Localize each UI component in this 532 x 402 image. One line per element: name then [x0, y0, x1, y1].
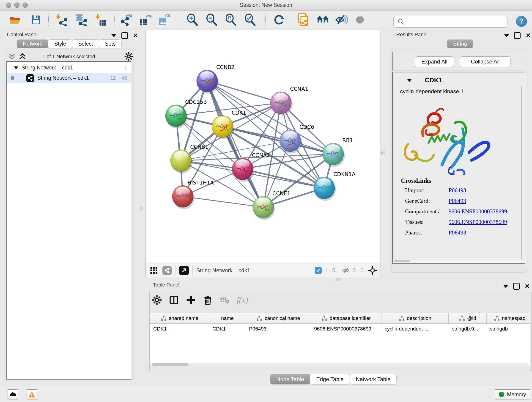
network-node-ccne1[interactable] [253, 196, 275, 220]
table-cell[interactable]: stringdb:9... [449, 324, 487, 334]
network-edge[interactable] [207, 81, 263, 207]
network-node-cdk1[interactable] [212, 115, 234, 139]
network-edge[interactable] [243, 169, 324, 188]
delete-column-trash-icon[interactable] [203, 295, 213, 305]
table-cell[interactable]: stringdb [487, 324, 530, 334]
splitter-handle[interactable] [140, 206, 143, 210]
splitter-handle[interactable] [336, 278, 341, 281]
table-cell[interactable]: CDK1 [150, 324, 209, 334]
refresh-view-button[interactable] [272, 12, 287, 27]
tab-sets[interactable]: Sets [99, 39, 122, 48]
collapse-all-button[interactable]: Collapse All [460, 56, 510, 67]
table-row[interactable]: CDK1CDK1P064939606.ENSP00000378699cyclin… [150, 324, 530, 334]
table-cell[interactable]: CDK1 [209, 324, 246, 334]
selected-checkbox-icon[interactable] [315, 267, 322, 274]
network-row-selected[interactable]: String Network – cdk1 11 48 [7, 73, 131, 83]
help-button[interactable]: ? [516, 16, 527, 27]
network-node-ccnb2[interactable] [196, 70, 219, 94]
warning-triangle-icon [28, 391, 36, 398]
node-label: CDK1 [232, 110, 246, 116]
network-collection-row[interactable]: String Network – cdk1 1 [7, 63, 131, 73]
navigator-crosshair-icon[interactable] [368, 266, 377, 275]
table-cell[interactable]: P06493 [246, 324, 311, 334]
panel-menu-icon[interactable] [111, 34, 116, 37]
close-panel-icon[interactable]: ✕ [525, 283, 530, 289]
birds-eye-view-button[interactable] [315, 12, 330, 27]
expand-all-button[interactable]: Expand All [415, 56, 454, 67]
close-panel-icon[interactable]: ✕ [133, 33, 138, 38]
cloud-status-button[interactable] [7, 389, 18, 400]
panel-menu-icon[interactable] [504, 34, 509, 37]
string-view-icon[interactable] [162, 266, 172, 275]
warnings-button[interactable] [27, 389, 37, 400]
float-panel-icon[interactable] [513, 283, 520, 290]
network-node-cdc25b[interactable] [165, 105, 188, 128]
column-header-namespac[interactable]: namespac [487, 313, 530, 323]
search-input[interactable] [407, 19, 507, 25]
tab-edge-table[interactable]: Edge Table [310, 374, 350, 384]
table-cell[interactable]: cyclin-dependent ... [381, 324, 449, 334]
network-snapshot-button[interactable] [296, 12, 311, 27]
column-header-database-identifier[interactable]: database identifier [311, 313, 381, 323]
hide-selected-button[interactable] [334, 12, 349, 27]
zoom-out-button[interactable] [204, 12, 219, 27]
detach-view-icon[interactable] [179, 266, 189, 275]
column-header-canonical-name[interactable]: canonical name [246, 313, 311, 323]
memory-button[interactable]: Memory [495, 389, 530, 400]
crosslink-link[interactable]: P06493 [449, 198, 466, 204]
tab-string[interactable]: String [447, 39, 473, 48]
network-node-ccna1[interactable] [270, 92, 293, 115]
float-panel-icon[interactable] [121, 32, 128, 39]
show-all-button[interactable] [352, 12, 367, 27]
column-header-name[interactable]: name [209, 313, 246, 323]
zoom-in-button[interactable] [185, 12, 200, 27]
import-network-from-file-button[interactable] [53, 12, 68, 27]
column-header--id[interactable]: @id [449, 313, 487, 323]
expand-all-icon[interactable] [19, 53, 26, 60]
tree-expand-icon[interactable] [14, 66, 18, 69]
crosslink-link[interactable]: P06493 [449, 230, 466, 236]
export-network-button[interactable] [119, 12, 134, 27]
network-node-cdkn1a[interactable] [314, 177, 336, 201]
network-node-hist1h1a[interactable] [172, 185, 195, 209]
open-session-button[interactable] [7, 12, 22, 27]
show-columns-icon[interactable] [169, 295, 179, 305]
network-canvas[interactable]: CCNB2CCNA1CDC25BCDK1CDC6RB1CCNB1CCNA2CDK… [146, 30, 380, 263]
hidden-eye-slash-icon[interactable] [342, 266, 350, 274]
zoom-selected-button[interactable] [242, 12, 258, 27]
tab-network-table[interactable]: Network Table [350, 374, 397, 384]
table-hscrollbar[interactable] [151, 363, 529, 366]
create-column-plus-icon[interactable] [186, 295, 196, 305]
search-icon [397, 18, 405, 26]
results-hscrollbar[interactable] [393, 260, 524, 263]
network-node-rb1[interactable] [323, 143, 345, 167]
crosslink-link[interactable]: 9606.ENSP00000378699 [449, 219, 507, 225]
network-edge[interactable] [183, 196, 263, 207]
float-panel-icon[interactable] [514, 32, 520, 39]
options-gear-icon[interactable] [124, 52, 133, 61]
crosslink-link[interactable]: P06493 [449, 187, 466, 194]
section-collapse-icon[interactable] [407, 79, 412, 82]
export-image-button[interactable] [157, 12, 172, 27]
tab-style[interactable]: Style [48, 39, 72, 48]
collapse-all-icon[interactable] [8, 53, 16, 60]
import-network-from-database-button[interactable] [73, 12, 88, 27]
zoom-fit-button[interactable] [223, 12, 238, 27]
save-session-button[interactable] [28, 12, 44, 27]
scrollbar-thumb[interactable] [152, 363, 189, 366]
export-table-button[interactable] [138, 12, 153, 27]
tab-node-table[interactable]: Node Table [270, 374, 310, 384]
table-cell[interactable]: 9606.ENSP00000378699 [311, 324, 381, 334]
tab-network[interactable]: Network [17, 39, 48, 48]
tab-select[interactable]: Select [72, 39, 99, 48]
crosslink-link[interactable]: 9606.ENSP00000378699 [449, 208, 507, 215]
import-table-from-file-button[interactable] [93, 12, 108, 27]
grid-view-icon[interactable] [150, 267, 158, 274]
panel-menu-icon[interactable] [503, 285, 508, 288]
splitter-handle[interactable] [381, 151, 385, 155]
close-panel-icon[interactable]: ✕ [526, 33, 531, 38]
table-options-gear-icon[interactable] [152, 295, 162, 305]
column-header-shared-name[interactable]: shared name [150, 313, 209, 323]
node-label: RB1 [342, 137, 353, 143]
column-header-description[interactable]: description [381, 313, 449, 323]
